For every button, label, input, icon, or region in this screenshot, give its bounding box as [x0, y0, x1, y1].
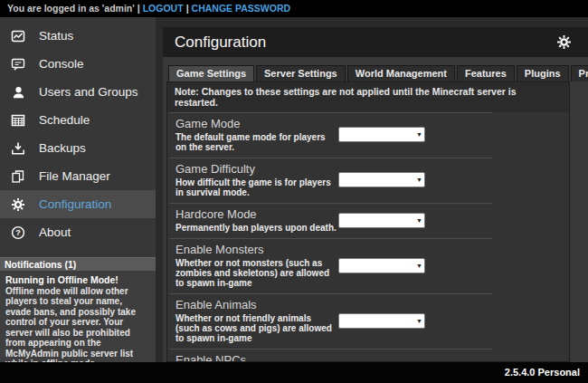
- separator: |: [135, 3, 143, 14]
- file-manager-icon: [11, 169, 25, 184]
- sidebar-item-schedule[interactable]: Schedule: [0, 106, 156, 134]
- dropdown-arrow-icon: ▼: [416, 260, 422, 272]
- restart-note: Note: Changes to these settings are not …: [167, 82, 569, 112]
- page-header: Configuration: [163, 27, 588, 57]
- sidebar-item-label: About: [39, 225, 71, 239]
- setting-row-enable-monsters: Enable MonstersWhether or not monsters (…: [169, 238, 492, 293]
- main-panel: Configuration Game SettingsServer Settin…: [163, 27, 588, 362]
- settings-list: Game ModeThe default game mode for playe…: [167, 112, 569, 362]
- setting-row-enable-animals: Enable AnimalsWhether or not friendly an…: [169, 293, 492, 349]
- tab-preferences[interactable]: Preferences: [571, 65, 588, 81]
- users-icon: [11, 85, 25, 100]
- tab-world-management[interactable]: World Management: [347, 65, 455, 81]
- gear-icon: [11, 197, 25, 212]
- logout-link[interactable]: LOGOUT: [143, 3, 184, 14]
- sidebar-item-users-and-groups[interactable]: Users and Groups: [0, 78, 156, 106]
- setting-row-game-mode: Game ModeThe default game mode for playe…: [169, 112, 492, 158]
- sidebar-item-label: Status: [39, 29, 73, 43]
- sidebar-item-label: File Manager: [39, 169, 110, 183]
- sidebar-item-file-manager[interactable]: File Manager: [0, 162, 156, 190]
- setting-text: Enable MonstersWhether or not monsters (…: [175, 243, 337, 288]
- tab-content: Note: Changes to these settings are not …: [166, 81, 570, 362]
- console-icon: [11, 57, 25, 72]
- sidebar-item-label: Console: [39, 57, 84, 71]
- version-label: 2.5.4.0 Personal: [505, 367, 580, 378]
- sidebar-item-console[interactable]: Console: [0, 50, 156, 78]
- sidebar-item-label: Schedule: [39, 113, 90, 127]
- setting-row-enable-npcs: Enable NPCsWhether or not friendly mobs …: [169, 349, 492, 362]
- game-mode-select[interactable]: ▼: [338, 127, 425, 142]
- setting-description: How difficult the game is for players in…: [175, 177, 337, 197]
- notifications-body: Running in Offline Mode! Offline mode wi…: [0, 271, 156, 362]
- dropdown-arrow-icon: ▼: [416, 129, 422, 140]
- change-password-link[interactable]: CHANGE PASSWORD: [192, 3, 290, 14]
- page-title: Configuration: [175, 34, 556, 52]
- sidebar-item-configuration[interactable]: Configuration: [0, 190, 156, 218]
- sidebar-item-label: Configuration: [39, 197, 111, 211]
- notification-title: Running in Offline Mode!: [5, 275, 150, 286]
- question-icon: ?: [11, 225, 25, 240]
- setting-name: Game Mode: [175, 117, 337, 130]
- setting-text: Game DifficultyHow difficult the game is…: [175, 162, 337, 197]
- footer-bar: 2.5.4.0 Personal: [0, 362, 588, 383]
- sidebar-menu: StatusConsoleUsers and GroupsScheduleBac…: [0, 17, 156, 246]
- setting-text: Game ModeThe default game mode for playe…: [175, 117, 337, 152]
- setting-name: Enable Monsters: [175, 243, 337, 256]
- enable-monsters-select[interactable]: ▼: [338, 258, 425, 273]
- setting-description: Whether or not friendly animals (such as…: [175, 313, 337, 343]
- dropdown-arrow-icon: ▼: [416, 315, 422, 327]
- setting-name: Hardcore Mode: [175, 207, 337, 221]
- gear-icon[interactable]: [556, 34, 572, 50]
- notification-text: Offline mode will allow other players to…: [5, 286, 150, 369]
- setting-row-hardcore-mode: Hardcore ModePermanently ban players upo…: [169, 203, 492, 238]
- sidebar-spacer: [0, 246, 156, 257]
- setting-description: The default game mode for players on the…: [175, 132, 337, 152]
- hardcore-mode-select[interactable]: ▼: [338, 213, 425, 228]
- tab-bar: Game SettingsServer SettingsWorld Manage…: [168, 65, 570, 81]
- separator: |: [184, 3, 192, 14]
- tab-features[interactable]: Features: [457, 65, 515, 81]
- notifications-header[interactable]: Notifications (1): [0, 257, 156, 271]
- sidebar-item-about[interactable]: ?About: [0, 218, 156, 246]
- setting-description: Permanently ban players upon death.: [175, 223, 337, 233]
- sidebar-item-label: Backups: [39, 141, 86, 155]
- enable-animals-select[interactable]: ▼: [338, 313, 425, 329]
- setting-name: Game Difficulty: [175, 162, 337, 176]
- setting-text: Enable AnimalsWhether or not friendly an…: [175, 298, 337, 343]
- backups-icon: [11, 141, 25, 156]
- sidebar-item-label: Users and Groups: [39, 85, 138, 99]
- sidebar-item-status[interactable]: Status: [0, 22, 156, 50]
- status-icon: [11, 29, 25, 43]
- sidebar-item-backups[interactable]: Backups: [0, 134, 156, 162]
- logged-in-text: You are logged in as 'admin': [7, 3, 135, 14]
- setting-description: Whether or not monsters (such as zombies…: [175, 258, 337, 288]
- sidebar: StatusConsoleUsers and GroupsScheduleBac…: [0, 17, 156, 362]
- tab-plugins[interactable]: Plugins: [517, 65, 569, 81]
- tab-server-settings[interactable]: Server Settings: [256, 65, 346, 81]
- dropdown-arrow-icon: ▼: [416, 215, 422, 226]
- setting-name: Enable Animals: [175, 298, 337, 311]
- schedule-icon: [11, 113, 25, 128]
- setting-name: Enable NPCs: [175, 353, 337, 362]
- top-bar: You are logged in as 'admin'|LOGOUT|CHAN…: [0, 0, 588, 17]
- setting-text: Enable NPCsWhether or not friendly mobs …: [175, 353, 337, 362]
- tab-game-settings[interactable]: Game Settings: [168, 65, 254, 81]
- setting-text: Hardcore ModePermanently ban players upo…: [175, 207, 337, 233]
- game-difficulty-select[interactable]: ▼: [338, 172, 425, 187]
- svg-text:?: ?: [15, 228, 21, 237]
- setting-row-game-difficulty: Game DifficultyHow difficult the game is…: [169, 158, 492, 203]
- dropdown-arrow-icon: ▼: [416, 174, 422, 186]
